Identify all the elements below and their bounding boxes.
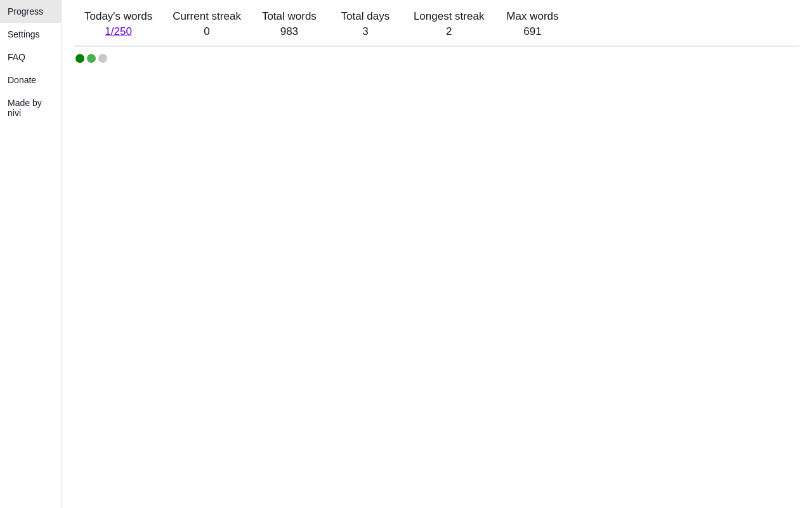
sidebar: Progress Settings FAQ Donate Made by niv… [0,0,62,508]
sidebar-item-donate[interactable]: Donate [0,69,61,91]
stat-value-4: 2 [446,25,452,38]
stat-label-5: Max words [506,10,558,23]
sidebar-item-faq[interactable]: FAQ [0,46,61,69]
main-content: Today's words1/250Current streak0Total w… [62,0,812,508]
stat-value-0[interactable]: 1/250 [105,25,132,38]
sidebar-item-made-by[interactable]: Made by nivi [0,91,61,124]
stat-label-4: Longest streak [414,10,485,23]
dot-2 [98,54,107,63]
stat-item-3: Total days3 [327,10,403,38]
stat-item-0: Today's words1/250 [74,10,162,38]
stats-divider [74,46,799,46]
stat-item-4: Longest streak2 [403,10,495,38]
sidebar-item-progress[interactable]: Progress [0,0,61,23]
dots-row [74,54,799,63]
stat-label-0: Today's words [84,10,152,23]
stat-label-3: Total days [341,10,390,23]
stat-value-2: 983 [280,25,298,38]
stat-item-1: Current streak0 [162,10,251,38]
stat-item-5: Max words691 [494,10,570,38]
stat-label-2: Total words [262,10,317,23]
stat-value-5: 691 [523,25,541,38]
stat-label-1: Current streak [173,10,241,23]
stat-value-1: 0 [204,25,209,38]
dot-1 [87,54,96,63]
stats-row: Today's words1/250Current streak0Total w… [74,10,799,38]
dot-0 [75,54,84,63]
stat-item-2: Total words983 [251,10,327,38]
stat-value-3: 3 [362,25,368,38]
sidebar-item-settings[interactable]: Settings [0,23,61,46]
